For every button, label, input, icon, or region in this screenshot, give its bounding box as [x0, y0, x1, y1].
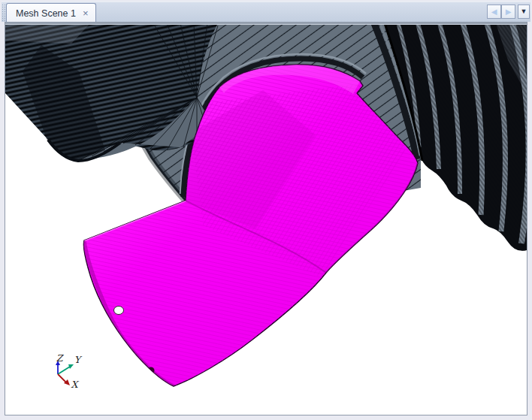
right-arrow-icon: ▶	[506, 8, 512, 16]
tab-close-icon[interactable]: ×	[83, 8, 89, 18]
scene-canvas[interactable]: Z Y X	[5, 23, 527, 415]
viewport-top-border-highlight	[5, 24, 527, 25]
application-window: { "tab_bar": { "tabs": [ { "label": "Mes…	[0, 0, 532, 420]
tab-mesh-scene-1[interactable]: Mesh Scene 1 ×	[6, 3, 96, 23]
viewport-top-border	[5, 23, 527, 24]
scroll-tabs-left-button[interactable]: ◀	[487, 5, 501, 19]
tab-bar: Mesh Scene 1 × ◀ ▶ ▼	[2, 2, 530, 22]
scroll-tabs-right-button[interactable]: ▶	[501, 5, 515, 19]
part-hole	[114, 307, 124, 315]
graphics-viewport: Z Y X	[5, 22, 527, 415]
tab-list-dropdown-button[interactable]: ▼	[518, 5, 530, 19]
chevron-down-icon: ▼	[521, 8, 527, 15]
left-arrow-icon: ◀	[491, 8, 497, 16]
tab-label: Mesh Scene 1	[16, 8, 76, 19]
